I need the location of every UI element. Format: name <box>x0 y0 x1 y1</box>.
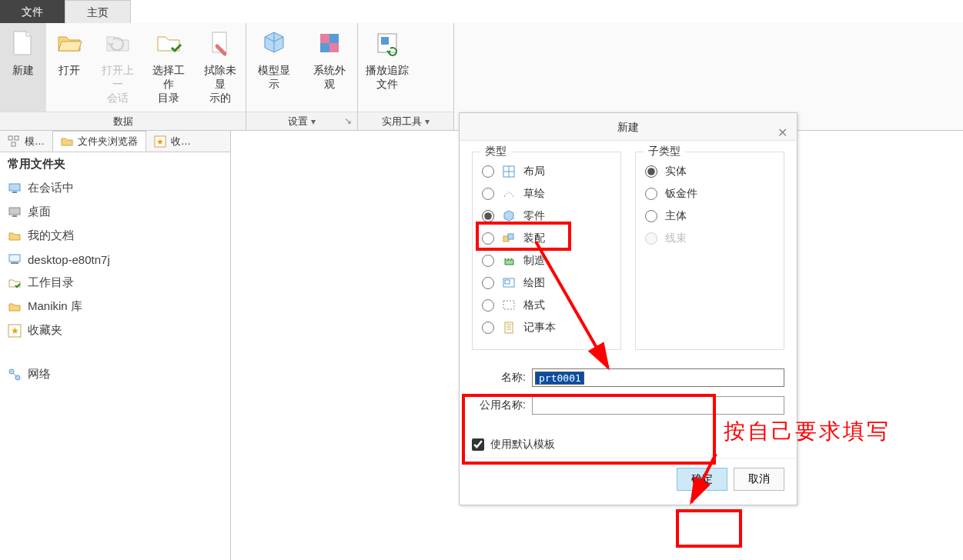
type-layout-label: 布局 <box>523 165 545 178</box>
radio-body[interactable] <box>645 210 657 222</box>
radio-notebook[interactable] <box>482 322 494 334</box>
cancel-button[interactable]: 取消 <box>734 468 784 491</box>
dialog-footer: 确定 取消 <box>460 458 797 505</box>
mfg-icon <box>502 254 516 268</box>
name-row: 名称: prt0001 <box>472 364 784 392</box>
subtype-solid[interactable]: 实体 <box>645 160 774 182</box>
subtype-sheetmetal-label: 钣金件 <box>665 187 697 201</box>
settings-launcher-icon[interactable]: ↘ <box>342 115 354 128</box>
ok-button[interactable]: 确定 <box>677 468 727 491</box>
folder-network[interactable]: 网络 <box>0 362 230 386</box>
ribbon-play-trace-label: 播放追踪 文件 <box>366 63 409 102</box>
ribbon-footer-settings[interactable]: 设置 ↘ <box>246 112 357 130</box>
ribbon-wipe[interactable]: 拭除未显 示的 <box>195 23 246 112</box>
folder-workdir[interactable]: 工作目录 <box>0 271 230 295</box>
svg-rect-16 <box>11 262 18 264</box>
type-part[interactable]: 零件 <box>482 205 611 227</box>
common-name-input[interactable] <box>532 396 784 415</box>
type-assembly-label: 装配 <box>523 232 545 245</box>
side-tab-favorites[interactable]: ★ 收… <box>146 131 199 152</box>
part-icon <box>502 209 516 223</box>
format-icon <box>502 298 516 312</box>
desktop-icon <box>8 205 22 219</box>
subtype-group: 子类型 实体 钣金件 主体 线束 <box>635 152 784 350</box>
radio-part[interactable] <box>482 210 494 222</box>
ribbon-new[interactable]: 新建 <box>0 23 46 112</box>
ribbon-sys-appearance-label: 系统外观 <box>309 63 349 102</box>
appearance-icon <box>314 28 345 58</box>
type-notebook-label: 记事本 <box>523 321 556 335</box>
folder-my-docs[interactable]: 我的文档 <box>0 224 230 248</box>
ribbon-footer-data: 数据 <box>0 112 246 130</box>
subtype-body[interactable]: 主体 <box>645 205 774 227</box>
svg-rect-1 <box>329 34 339 43</box>
name-input[interactable]: prt0001 <box>532 368 784 387</box>
layout-icon <box>502 165 516 178</box>
svg-rect-5 <box>381 37 389 45</box>
folder-manikin[interactable]: Manikin 库 <box>0 295 230 318</box>
ribbon-items-settings: 模型显示 系统外观 <box>246 23 357 112</box>
close-icon[interactable]: ✕ <box>775 119 789 133</box>
svg-rect-6 <box>8 136 12 140</box>
ribbon-group-utils: 播放追踪 文件 实用工具 <box>358 23 454 130</box>
ribbon-footer-utils[interactable]: 实用工具 <box>358 112 453 130</box>
ribbon-select-workdir[interactable]: 选择工作 目录 <box>143 23 194 112</box>
ribbon-model-display-label: 模型显示 <box>254 63 294 102</box>
folder-desktop[interactable]: 桌面 <box>0 200 230 224</box>
type-mfg[interactable]: 制造 <box>482 249 611 272</box>
type-drawing[interactable]: 绘图 <box>482 272 611 294</box>
dialog-title: 新建 <box>617 121 639 133</box>
eraser-icon <box>205 28 236 58</box>
radio-drawing[interactable] <box>482 277 494 289</box>
radio-layout[interactable] <box>482 165 494 178</box>
ribbon-play-trace[interactable]: 播放追踪 文件 <box>358 23 416 112</box>
side-tab-folder-browser[interactable]: 文件夹浏览器 <box>52 131 146 152</box>
radio-sheetmetal[interactable] <box>645 188 657 200</box>
ribbon-group-data: 新建 打开 打开上一 会话 选择工作 目录 <box>0 23 246 130</box>
radio-assembly[interactable] <box>482 232 494 245</box>
radio-harness <box>645 232 657 245</box>
folder-manikin-label: Manikin 库 <box>28 299 82 314</box>
folder-list: 在会话中 桌面 我的文档 desktop-e80tn7j 工作目录 Maniki… <box>0 176 230 386</box>
default-template-checkbox[interactable] <box>472 438 484 451</box>
name-value: prt0001 <box>535 372 584 385</box>
ribbon-sys-appearance[interactable]: 系统外观 <box>302 23 357 112</box>
side-tab-favorites-label: 收… <box>171 135 191 148</box>
radio-solid[interactable] <box>645 165 657 178</box>
library-icon <box>8 300 22 314</box>
svg-rect-2 <box>320 43 329 52</box>
subtype-sheetmetal[interactable]: 钣金件 <box>645 182 774 205</box>
svg-text:★: ★ <box>156 137 164 146</box>
ribbon-model-display[interactable]: 模型显示 <box>246 23 302 112</box>
side-tab-model[interactable]: 模… <box>0 131 52 152</box>
svg-rect-26 <box>503 301 514 309</box>
folder-hostname[interactable]: desktop-e80tn7j <box>0 248 230 271</box>
type-layout[interactable]: 布局 <box>482 160 611 182</box>
notebook-icon <box>502 321 516 335</box>
ribbon-new-label: 新建 <box>12 63 34 102</box>
subtype-harness-label: 线束 <box>665 232 687 245</box>
ribbon-open[interactable]: 打开 <box>46 23 92 112</box>
tab-home[interactable]: 主页 <box>65 0 131 23</box>
type-sketch[interactable]: 草绘 <box>482 182 611 205</box>
workdir-folder-icon <box>8 276 22 290</box>
workdir-icon <box>153 28 184 58</box>
svg-rect-7 <box>15 136 18 140</box>
type-format[interactable]: 格式 <box>482 294 611 316</box>
ribbon-open-last: 打开上一 会话 <box>92 23 143 112</box>
folder-in-session[interactable]: 在会话中 <box>0 176 230 200</box>
radio-sketch[interactable] <box>482 188 494 200</box>
type-mfg-label: 制造 <box>523 254 545 268</box>
type-assembly[interactable]: 装配 <box>482 227 611 249</box>
ribbon-items-data: 新建 打开 打开上一 会话 选择工作 目录 <box>0 23 246 112</box>
type-legend: 类型 <box>480 145 511 158</box>
folder-favorites[interactable]: ★ 收藏夹 <box>0 318 230 342</box>
type-notebook[interactable]: 记事本 <box>482 316 611 338</box>
svg-rect-3 <box>329 43 339 52</box>
default-template-row[interactable]: 使用默认模板 <box>460 432 797 458</box>
tab-file[interactable]: 文件 <box>0 0 65 23</box>
folder-hostname-label: desktop-e80tn7j <box>28 253 110 266</box>
radio-format[interactable] <box>482 299 494 312</box>
radio-mfg[interactable] <box>482 255 494 267</box>
type-sketch-label: 草绘 <box>523 187 545 201</box>
